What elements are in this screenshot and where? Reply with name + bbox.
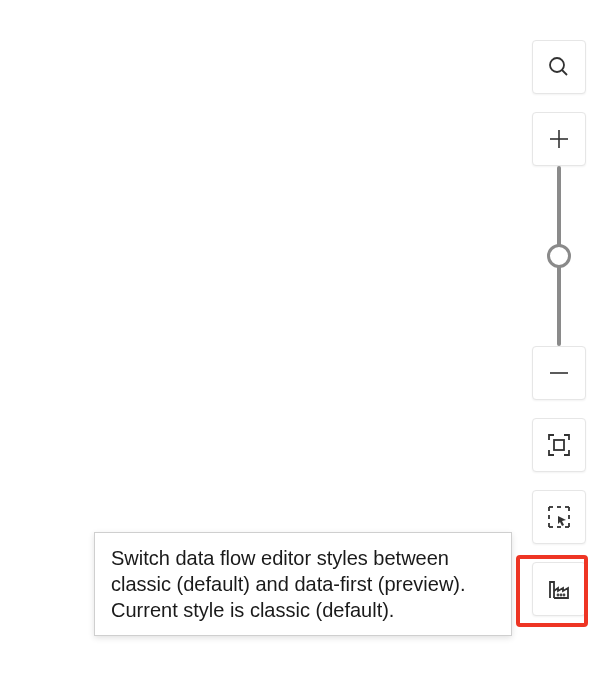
canvas-toolbar (532, 40, 586, 616)
zoom-slider-group (532, 112, 586, 400)
svg-point-6 (558, 595, 559, 596)
box-select-icon (546, 504, 572, 530)
svg-point-7 (561, 595, 562, 596)
svg-rect-5 (554, 440, 564, 450)
style-switch-button[interactable] (532, 562, 586, 616)
minus-icon (547, 361, 571, 385)
svg-point-8 (564, 595, 565, 596)
factory-icon (546, 576, 572, 602)
style-switch-tooltip: Switch data flow editor styles between c… (94, 532, 512, 636)
fit-view-icon (546, 432, 572, 458)
fit-view-button[interactable] (532, 418, 586, 472)
box-select-button[interactable] (532, 490, 586, 544)
search-button[interactable] (532, 40, 586, 94)
svg-line-1 (562, 70, 567, 75)
zoom-slider-track[interactable] (557, 166, 561, 346)
svg-point-0 (550, 58, 564, 72)
zoom-in-button[interactable] (532, 112, 586, 166)
tooltip-text: Switch data flow editor styles between c… (111, 547, 466, 621)
search-icon (547, 55, 571, 79)
zoom-out-button[interactable] (532, 346, 586, 400)
plus-icon (547, 127, 571, 151)
zoom-slider-thumb[interactable] (547, 244, 571, 268)
